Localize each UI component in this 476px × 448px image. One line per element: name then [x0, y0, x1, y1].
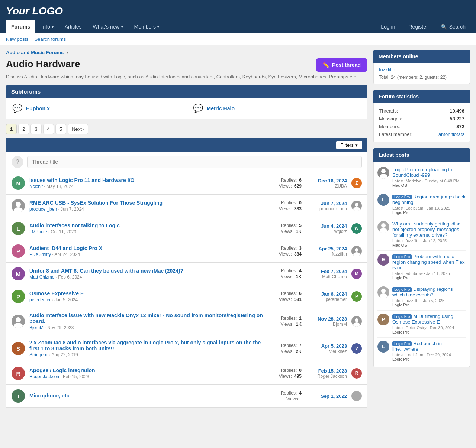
main-nav: Forums Info ▾ Articles What's new ▾ Memb… [6, 20, 470, 33]
page-5-button[interactable]: 5 [55, 124, 66, 134]
filters-button[interactable]: Filters ▾ [336, 141, 362, 149]
last-date-link[interactable]: Apr 5, 2023 [321, 343, 347, 349]
thread-title-link[interactable]: Microphone, etc [29, 393, 267, 399]
thread-input-row: ? [6, 152, 367, 172]
last-date-link[interactable]: Nov 28, 2023 [318, 316, 347, 322]
nav-info[interactable]: Info ▾ [36, 20, 58, 33]
svg-point-3 [353, 207, 360, 211]
svg-point-6 [16, 317, 21, 322]
thread-title-link[interactable]: Audio interfaces not talking to Logic [29, 223, 267, 228]
thread-row: POsmose Expressive Epeterlemer · Jan 5, … [6, 285, 367, 308]
forum-stats-body: Threads: 10,496 Messages: 53,227 Members… [373, 103, 470, 142]
last-date-link[interactable]: Apr 25, 2024 [318, 246, 347, 251]
thread-last-post: Nov 28, 2023 BjornM [306, 316, 347, 327]
lp-title-link[interactable]: Why am I suddenly getting 'disc not ejec… [392, 221, 460, 238]
nav-whats-new[interactable]: What's new ▾ [88, 20, 128, 33]
post-thread-button[interactable]: ✏️ Post thread [316, 58, 367, 72]
page-2-button[interactable]: 2 [18, 124, 29, 134]
next-page-button[interactable]: Next › [68, 124, 88, 134]
page-4-button[interactable]: 4 [43, 124, 54, 134]
breadcrumb-parent[interactable]: Audio and Music Forums [6, 50, 64, 55]
replies-stat: Replies: 6 [281, 291, 302, 296]
thread-last-post: Sep 1, 2022 [306, 393, 347, 399]
threads-label: Threads: [379, 108, 398, 114]
last-date-link[interactable]: Feb 7, 2024 [321, 269, 347, 274]
svg-point-11 [380, 174, 387, 179]
nav-forums[interactable]: Forums [6, 20, 35, 33]
search-button[interactable]: 🔍 Search [436, 21, 470, 33]
thread-title-input[interactable] [27, 156, 362, 168]
thread-title-link[interactable]: Unitor 8 and AMT 8: Can they be used wit… [29, 268, 267, 274]
lp-title-link[interactable]: Logic Pro x not uploading to SoundCloud … [392, 167, 452, 178]
last-date-link[interactable]: Jun 7, 2024 [321, 201, 347, 206]
thread-stats: Replies: 0 Views: 333 [272, 200, 302, 211]
thread-title-link[interactable]: Osmose Expressive E [29, 290, 267, 296]
last-date-link[interactable]: Jun 4, 2024 [321, 223, 347, 229]
lp-meta: Latest: fuzzfilth · Jan 5, 2025 [392, 298, 466, 303]
author-link[interactable]: Stringerrr [29, 352, 48, 357]
last-date-link[interactable]: Dec 16, 2024 [318, 178, 347, 184]
subforums-header: Subforums [6, 85, 367, 98]
subforum-euphonix[interactable]: 💬 Euphonix [6, 98, 187, 119]
last-user: Matt Chizmo [322, 274, 347, 279]
subforum-metric-halo[interactable]: 💬 Metric Halo [187, 98, 367, 119]
thread-title-link[interactable]: RME ARC USB - SysEx Solution For Those S… [29, 200, 267, 206]
lp-content: Why am I suddenly getting 'disc not ejec… [392, 221, 466, 247]
thread-title-link[interactable]: Apogee / Logic integration [29, 367, 267, 373]
site-logo[interactable]: Your LOGO [6, 3, 470, 20]
thread-row: TMicrophone, etc Replies: 4 Views: Sep 1… [6, 385, 367, 408]
page-1-button[interactable]: 1 [6, 124, 17, 134]
svg-point-12 [381, 223, 386, 228]
avatar [12, 199, 25, 212]
page-description: Discuss AUdio Hardware which may be used… [6, 74, 367, 79]
lp-forum: Logic Pro [392, 210, 466, 215]
page-3-button[interactable]: 3 [30, 124, 41, 134]
lp-content: Logic ProProblem with audio region chang… [392, 254, 466, 280]
thread-title-link[interactable]: 2 x Zoom tac 8 audio interfaces via aggr… [29, 340, 267, 351]
lp-badge: Logic Pro [392, 341, 412, 346]
thread-row: S2 x Zoom tac 8 audio interfaces via agg… [6, 335, 367, 362]
thread-meta: Ncichit · May 18, 2024 [29, 184, 267, 189]
lp-avatar [377, 286, 389, 298]
author-link[interactable]: Matt Chizmo [29, 275, 54, 280]
author-link[interactable]: PDXSmitty [29, 252, 51, 257]
lp-content: Logic Pro x not uploading to SoundCloud … [392, 167, 466, 188]
lp-forum: Mac OS [392, 243, 466, 247]
views-stat: Views: [286, 396, 302, 402]
author-link[interactable]: peterlemer [29, 297, 51, 302]
author-link[interactable]: BjornM [29, 325, 44, 330]
views-stat: Views: 2K [281, 349, 302, 354]
svg-point-14 [381, 289, 386, 293]
thread-last-post: Feb 7, 2024 Matt Chizmo [306, 269, 347, 279]
online-member-name[interactable]: fuzzfilth [379, 67, 464, 72]
thread-main: Osmose Expressive Epeterlemer · Jan 5, 2… [29, 290, 267, 302]
thread-title-link[interactable]: Audio Interface issue with new Mackie On… [29, 312, 267, 324]
last-user: wglotz [334, 229, 347, 234]
thread-title-link[interactable]: Issues with Logic Pro 11 and Hardware I/… [29, 177, 267, 183]
author-link[interactable]: Roger Jackson [29, 374, 59, 379]
latest-member-link[interactable]: antoniflotats [438, 132, 464, 137]
nav-members[interactable]: Members ▾ [129, 20, 164, 33]
lp-avatar [377, 221, 389, 233]
login-button[interactable]: Log in [376, 20, 400, 33]
nav-articles[interactable]: Articles [60, 20, 87, 33]
lp-avatar: P [377, 314, 389, 325]
avatar: M [12, 267, 25, 280]
lp-meta: Latest: edurbrow · Jan 11, 2025 [392, 271, 466, 276]
author-link[interactable]: LMPaule [29, 229, 47, 234]
pagination: 1 2 3 4 5 Next › [6, 124, 367, 134]
last-date-link[interactable]: Feb 15, 2023 [318, 368, 347, 374]
latest-post-item: Why am I suddenly getting 'disc not ejec… [377, 218, 466, 251]
search-forums-link[interactable]: Search forums [35, 35, 66, 43]
author-link[interactable]: producer_ben [29, 207, 57, 212]
subforums-title: Subforums [11, 88, 41, 95]
register-button[interactable]: Register [403, 20, 433, 33]
thread-title-link[interactable]: Audient iD44 and Logic Pro X [29, 245, 267, 251]
last-post-avatar: W [351, 223, 362, 234]
new-posts-link[interactable]: New posts [6, 35, 29, 43]
last-date-link[interactable]: Jan 6, 2024 [321, 291, 347, 297]
author-link[interactable]: Ncichit [29, 184, 43, 189]
sidebar: Members online fuzzfilth Total: 24 (memb… [373, 50, 470, 408]
last-date-link[interactable]: Sep 1, 2022 [321, 393, 347, 399]
lp-forum: Logic Pro [392, 357, 466, 361]
